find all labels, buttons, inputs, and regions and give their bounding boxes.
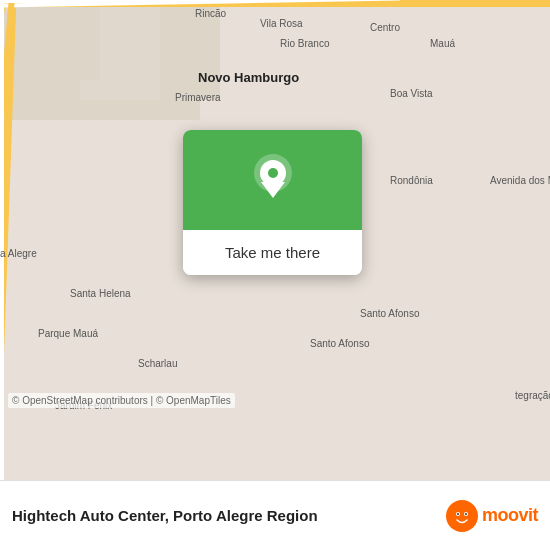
- map-label-santo-afonso-1: Santo Afonso: [360, 308, 420, 319]
- location-popup: Take me there: [183, 130, 362, 275]
- svg-point-8: [465, 513, 467, 515]
- svg-point-2: [268, 168, 278, 178]
- place-name: Hightech Auto Center, Porto Alegre Regio…: [12, 507, 436, 524]
- map-label-scharlau: Scharlau: [138, 358, 177, 369]
- moovit-text: moovit: [482, 505, 538, 526]
- svg-point-7: [457, 513, 459, 515]
- map-label-centro: Centro: [370, 22, 400, 33]
- moovit-logo: moovit: [446, 500, 538, 532]
- moovit-icon: [446, 500, 478, 532]
- map-label-vila-rosa: Vila Rosa: [260, 18, 303, 29]
- map-view: RincãoVila RosaRio BrancoCentroMauáNovo …: [0, 0, 550, 480]
- location-pin-icon: [251, 154, 295, 206]
- map-label-avenida-dos-m: Avenida dos M: [490, 175, 550, 186]
- map-label-rio-branco: Rio Branco: [280, 38, 329, 49]
- map-label-rondonia: Rondônia: [390, 175, 433, 186]
- map-label-parque-maua: Parque Mauá: [38, 328, 98, 339]
- bottom-bar: Hightech Auto Center, Porto Alegre Regio…: [0, 480, 550, 550]
- map-label-santa-helena: Santa Helena: [70, 288, 131, 299]
- svg-point-4: [448, 502, 476, 530]
- attribution-text: © OpenStreetMap contributors | © OpenMap…: [8, 393, 235, 408]
- map-label-boa-vista: Boa Vista: [390, 88, 433, 99]
- map-label-santo-afonso-2: Santo Afonso: [310, 338, 370, 349]
- popup-header: [183, 130, 362, 230]
- moovit-face-icon: [448, 502, 476, 530]
- map-label-integracao: tegração: [515, 390, 550, 401]
- take-me-there-button[interactable]: Take me there: [183, 230, 362, 275]
- map-label-maue: Mauá: [430, 38, 455, 49]
